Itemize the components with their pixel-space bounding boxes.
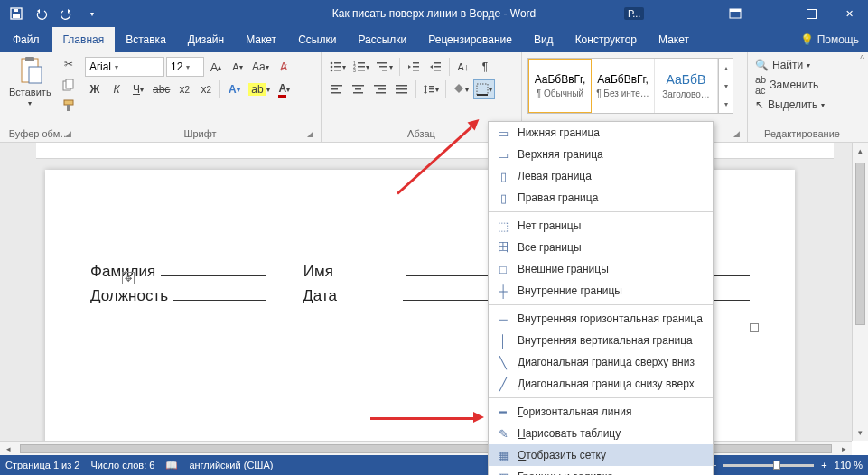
vertical-scrollbar[interactable]: ▴ ▾ [852,143,868,441]
align-right-icon[interactable] [370,79,390,99]
show-marks-icon[interactable]: ¶ [475,57,495,77]
undo-icon[interactable] [31,3,52,24]
redo-icon[interactable] [56,3,78,24]
zoom-in-icon[interactable]: + [821,460,826,470]
border-inside-h[interactable]: ─Внутренняя горизонтальная граница [489,308,713,330]
tab-file[interactable]: Файл [0,27,52,52]
superscript-icon[interactable]: x2 [196,79,216,99]
table-resize-handle[interactable] [750,323,759,332]
style-nospacing[interactable]: АаБбВвГг,¶ Без инте… [592,59,655,113]
border-diag-down[interactable]: ╲Диагональная граница сверху вниз [489,351,713,373]
bullets-icon[interactable]: ▾ [327,57,349,77]
horizontal-line[interactable]: ━ГГоризонтальная линияоризонтальная лини… [489,401,713,423]
tab-layout2[interactable]: Макет [648,27,700,52]
tab-layout[interactable]: Макет [235,27,287,52]
font-name-combo[interactable]: Arial▾ [85,57,164,77]
tab-mailings[interactable]: Рассылки [347,27,417,52]
show-grid[interactable]: ▦Отобразить сетку [489,444,713,466]
multilevel-icon[interactable]: ▾ [374,57,396,77]
save-icon[interactable] [5,3,27,24]
sort-icon[interactable]: A↓ [453,57,473,77]
justify-icon[interactable] [392,79,412,99]
format-painter-icon[interactable] [59,96,79,116]
find-button[interactable]: 🔍Найти▾ [755,56,825,74]
scroll-thumb[interactable] [855,163,865,325]
text-effects-icon[interactable]: A▾ [224,79,244,99]
border-left[interactable]: ▯Левая граница [489,165,713,187]
zoom-slider[interactable] [723,464,814,467]
font-launcher-icon[interactable]: ◢ [304,129,315,140]
copy-icon[interactable] [59,75,79,95]
field-position-line[interactable] [173,284,266,301]
font-size-combo[interactable]: 12▾ [166,57,204,77]
close-button[interactable]: ✕ [830,0,868,27]
border-none[interactable]: ⬚Нет границы [489,215,713,237]
status-words[interactable]: Число слов: 6 [90,460,154,470]
table-move-handle[interactable]: ✥ [122,272,135,284]
select-button[interactable]: ↖Выделить▾ [755,96,825,114]
clipboard-launcher-icon[interactable]: ◢ [62,129,73,140]
change-case-icon[interactable]: Aa▾ [249,57,272,77]
border-right[interactable]: ▯Правая граница [489,187,713,209]
status-spellcheck-icon[interactable]: 📖 [165,460,178,471]
collapse-ribbon-icon[interactable]: ^ [860,54,864,64]
scroll-down-icon[interactable]: ▾ [853,424,868,441]
underline-button[interactable]: Ч▾ [128,79,148,99]
cut-icon[interactable]: ✂ [59,54,79,74]
tell-me[interactable]: 💡Помощь [800,27,868,52]
shrink-font-icon[interactable]: A▾ [228,57,247,77]
shading-icon[interactable]: ▾ [450,79,471,99]
subscript-icon[interactable]: x2 [174,79,194,99]
maximize-button[interactable] [792,0,830,27]
tab-references[interactable]: Ссылки [287,27,347,52]
grow-font-icon[interactable]: A▴ [206,57,226,77]
numbering-icon[interactable]: 123▾ [350,57,372,77]
zoom-value[interactable]: 110 % [835,460,863,470]
italic-button[interactable]: К [107,79,126,99]
increase-indent-icon[interactable] [425,57,445,77]
horizontal-scrollbar[interactable]: ◂ ▸ [0,441,852,455]
borders-button[interactable]: ▾ [473,79,495,99]
account-badge[interactable]: Р... [617,0,716,27]
border-inside[interactable]: ┼Внутренние границы [489,280,713,302]
tab-constructor[interactable]: Конструктор [565,27,648,52]
qat-more-icon[interactable]: ▾ [81,3,103,24]
border-top[interactable]: ▭Верхняя граница [489,144,713,165]
styles-gallery[interactable]: АаБбВвГг,¶ Обычный АаБбВвГг,¶ Без инте… … [527,58,733,114]
status-language[interactable]: английский (США) [189,460,273,470]
bold-button[interactable]: Ж [85,79,105,99]
gallery-more-icon[interactable]: ▾ [719,95,733,113]
ribbon-display-icon[interactable] [716,0,754,27]
styles-launcher-icon[interactable]: ◢ [731,129,742,140]
font-color-icon[interactable]: A▾ [275,79,294,99]
paste-button[interactable]: Вставить▾ [4,54,57,109]
line-spacing-icon[interactable]: ▾ [420,79,442,99]
border-diag-up[interactable]: ╱Диагональная граница снизу вверх [489,373,713,395]
border-bottom[interactable]: ▭Нижняя граница [489,122,713,144]
field-surname-line[interactable] [161,260,266,276]
align-center-icon[interactable] [349,79,369,99]
gallery-up-icon[interactable]: ▴ [719,59,733,77]
replace-button[interactable]: abacЗаменить [755,76,825,94]
decrease-indent-icon[interactable] [404,57,424,77]
borders-shading[interactable]: ▥Границы и заливка... [489,466,713,475]
border-inside-v[interactable]: │Внутренняя вертикальная граница [489,330,713,351]
gallery-down-icon[interactable]: ▾ [719,77,733,95]
scroll-up-icon[interactable]: ▴ [853,143,868,159]
align-left-icon[interactable] [327,79,347,99]
tab-review[interactable]: Рецензирование [417,27,523,52]
border-all[interactable]: 田Все границы [489,237,713,258]
minimize-button[interactable]: ─ [754,0,792,27]
tab-view[interactable]: Вид [523,27,565,52]
strike-button[interactable]: abc [150,79,173,99]
draw-table[interactable]: ✎Нарисовать таблицу [489,423,713,444]
style-normal[interactable]: АаБбВвГг,¶ Обычный [528,59,592,113]
border-outside[interactable]: □Внешние границы [489,258,713,280]
clear-format-icon[interactable]: A̷ [274,57,294,77]
status-page[interactable]: Страница 1 из 2 [5,460,79,470]
tab-home[interactable]: Главная [52,27,116,52]
style-heading1[interactable]: АаБбВЗаголово… [655,59,718,113]
tab-insert[interactable]: Вставка [115,27,177,52]
highlight-icon[interactable]: ab▾ [246,79,272,99]
tab-design[interactable]: Дизайн [177,27,235,52]
